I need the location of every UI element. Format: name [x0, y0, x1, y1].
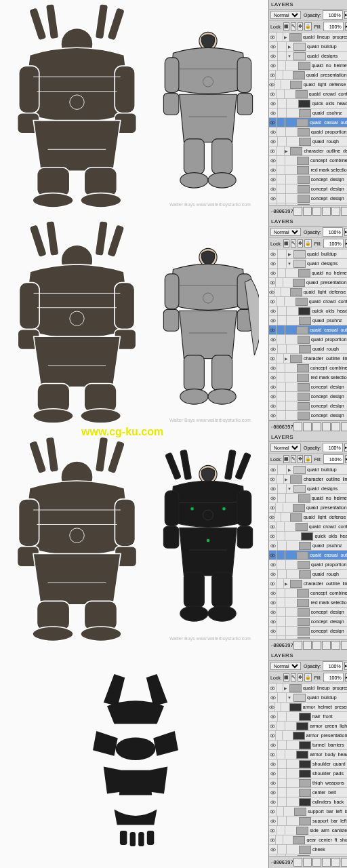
- chevron-down-icon[interactable]: ▸: [345, 455, 347, 463]
- panel-header[interactable]: LAYERS: [269, 433, 347, 442]
- link-column[interactable]: [277, 326, 285, 334]
- layer-row[interactable]: side_arm_canisters: [269, 826, 347, 835]
- visibility-icon[interactable]: [269, 344, 278, 353]
- layer-row[interactable]: quaid_no_helmet: [269, 494, 347, 503]
- link-column[interactable]: [276, 731, 283, 740]
- twirl-icon[interactable]: ▶: [284, 581, 289, 586]
- layer-row[interactable]: concept_design_1: [269, 175, 347, 184]
- visibility-icon[interactable]: [269, 118, 277, 127]
- link-column[interactable]: [277, 522, 284, 531]
- layer-row[interactable]: quaid_light_defense (standard): [269, 80, 347, 90]
- link-column[interactable]: [278, 52, 287, 60]
- visibility-icon[interactable]: [269, 156, 277, 165]
- layer-row[interactable]: quaid_casual_outfit: [269, 326, 347, 335]
- layer-row[interactable]: quick_olds_head: [269, 307, 347, 316]
- visibility-icon[interactable]: [269, 71, 276, 79]
- layer-row[interactable]: support_bar_left: [269, 816, 347, 826]
- layer-row[interactable]: quaid_casual_outfit: [269, 118, 347, 127]
- visibility-icon[interactable]: [269, 52, 278, 60]
- chevron-down-icon[interactable]: ▸: [344, 11, 347, 19]
- link-column[interactable]: [278, 269, 287, 277]
- visibility-icon[interactable]: [269, 392, 277, 401]
- layer-row[interactable]: ▶ quaid_buildup: [269, 42, 347, 52]
- link-column[interactable]: [277, 807, 284, 816]
- lock-paint-icon[interactable]: ✎: [291, 239, 296, 248]
- link-column[interactable]: [277, 617, 285, 626]
- visibility-icon[interactable]: [269, 617, 277, 626]
- group-icon[interactable]: [331, 641, 340, 650]
- link-column[interactable]: [278, 816, 287, 825]
- twirl-icon[interactable]: ▶: [283, 35, 287, 39]
- link-column[interactable]: [278, 484, 287, 493]
- link-column[interactable]: [277, 579, 284, 588]
- blend-mode-select[interactable]: Normal: [270, 662, 301, 670]
- lock-all-icon[interactable]: 🔒: [304, 239, 312, 248]
- layer-row[interactable]: ▶ quaid_buildup: [269, 465, 347, 475]
- visibility-icon[interactable]: [269, 778, 278, 787]
- visibility-icon[interactable]: [269, 494, 278, 502]
- layer-row[interactable]: quaid_proportions: [269, 127, 347, 137]
- adjustment-layer-icon[interactable]: [322, 858, 331, 867]
- chevron-down-icon[interactable]: ▸: [344, 662, 347, 670]
- visibility-icon[interactable]: [269, 513, 275, 521]
- link-column[interactable]: [277, 826, 285, 835]
- visibility-icon[interactable]: [269, 807, 277, 816]
- twirl-icon[interactable]: ▼: [287, 54, 292, 58]
- link-column[interactable]: [277, 184, 285, 193]
- link-column[interactable]: [277, 175, 285, 184]
- twirl-icon[interactable]: ▶: [287, 467, 292, 472]
- opacity-input[interactable]: [323, 661, 343, 671]
- new-layer-icon[interactable]: [341, 422, 347, 431]
- visibility-icon[interactable]: [269, 684, 277, 692]
- layer-row[interactable]: tunnel_barriers: [269, 741, 347, 750]
- visibility-icon[interactable]: [269, 175, 277, 184]
- layer-row[interactable]: ▶ character_outline_detail: [269, 146, 347, 156]
- layer-style-icon[interactable]: [303, 207, 312, 216]
- lock-all-icon[interactable]: 🔒: [304, 22, 312, 31]
- visibility-icon[interactable]: [269, 288, 275, 296]
- lock-move-icon[interactable]: ✥: [298, 22, 303, 31]
- visibility-icon[interactable]: [269, 788, 278, 797]
- link-column[interactable]: [277, 627, 285, 635]
- layer-row[interactable]: gear_center_ft_shoulder: [269, 835, 347, 845]
- visibility-icon[interactable]: [269, 760, 278, 768]
- twirl-icon[interactable]: ▶: [283, 686, 287, 690]
- layer-row[interactable]: armor_helmet_presentation_gear: [269, 703, 347, 712]
- visibility-icon[interactable]: [269, 712, 278, 721]
- layer-row[interactable]: quaid_presentation_gear: [269, 71, 347, 80]
- visibility-icon[interactable]: [269, 382, 277, 391]
- link-column[interactable]: [277, 90, 284, 98]
- fill-input[interactable]: [323, 673, 344, 682]
- link-column[interactable]: [278, 494, 287, 502]
- link-column[interactable]: [277, 335, 285, 344]
- layer-row[interactable]: quaid_psohnz: [269, 108, 347, 118]
- visibility-icon[interactable]: [269, 741, 278, 749]
- layer-row[interactable]: cylinders_back: [269, 797, 347, 807]
- link-column[interactable]: [277, 33, 284, 41]
- layer-row[interactable]: armor_presentation_gear: [269, 731, 347, 741]
- visibility-icon[interactable]: [269, 127, 277, 136]
- chevron-down-icon[interactable]: ▸: [345, 22, 347, 31]
- visibility-icon[interactable]: [269, 627, 277, 635]
- visibility-icon[interactable]: [269, 99, 278, 108]
- layer-style-icon[interactable]: [303, 641, 312, 650]
- link-column[interactable]: [277, 475, 284, 484]
- twirl-icon[interactable]: ▼: [287, 487, 292, 491]
- visibility-icon[interactable]: [269, 411, 277, 420]
- panel-header[interactable]: LAYERS: [269, 651, 347, 660]
- layer-row[interactable]: quick_olds_head: [269, 99, 347, 108]
- visibility-icon[interactable]: [269, 750, 277, 759]
- link-column[interactable]: [277, 373, 285, 382]
- visibility-icon[interactable]: [269, 250, 278, 258]
- visibility-icon[interactable]: [269, 845, 278, 854]
- lock-all-icon[interactable]: 🔒: [304, 673, 312, 682]
- lock-paint-icon[interactable]: ✎: [291, 455, 296, 463]
- link-column[interactable]: [277, 551, 285, 559]
- layer-row[interactable]: ▶ quaid_lineup_progression: [269, 684, 347, 693]
- link-column[interactable]: [276, 503, 283, 512]
- link-column[interactable]: [278, 307, 287, 315]
- lock-transparent-icon[interactable]: ▦: [283, 22, 289, 31]
- link-column[interactable]: [278, 541, 287, 550]
- link-column[interactable]: [277, 750, 285, 759]
- visibility-icon[interactable]: [269, 589, 277, 597]
